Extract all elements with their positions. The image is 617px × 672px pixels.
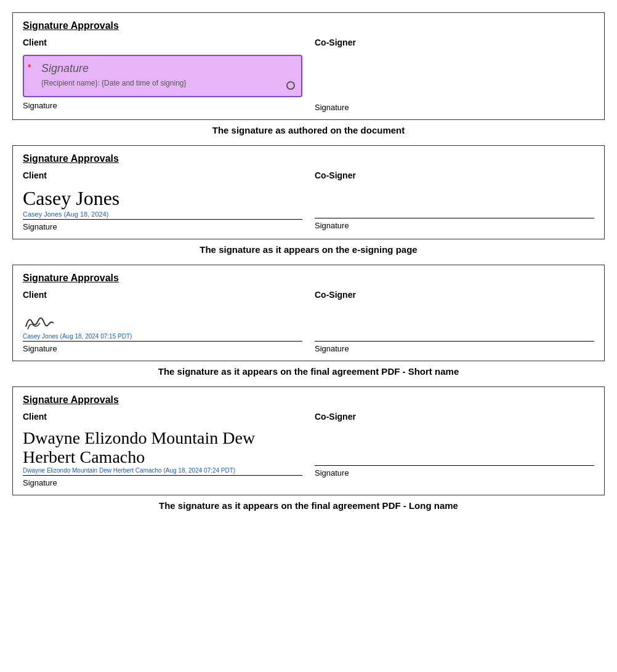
- cosigner-label-pdf-long: Co-Signer: [315, 412, 594, 422]
- section-title-authored: Signature Approvals: [23, 20, 594, 31]
- sig-line-esigning: Casey Jones Casey Jones (Aug 18, 2024): [23, 188, 302, 220]
- sig-label-cosigner-esigning: Signature: [315, 221, 594, 230]
- client-label-esigning: Client: [23, 170, 302, 180]
- sig-label-cosigner-pdf-short: Signature: [315, 344, 594, 353]
- sig-label-client-pdf-short: Signature: [23, 344, 302, 353]
- caption-pdf-short: The signature as it appears on the final…: [12, 366, 605, 377]
- section-esigning: Signature Approvals Client Casey Jones C…: [12, 145, 605, 239]
- section-title-pdf-long: Signature Approvals: [23, 394, 594, 406]
- sig-placeholder: Signature: [41, 62, 292, 75]
- signature-box-authored[interactable]: * Signature {Recipient name}: {Date and …: [23, 55, 302, 97]
- sig-label-cosigner-authored: Signature: [315, 103, 594, 112]
- sig-name-pdf-short: Casey Jones: [23, 333, 58, 340]
- sig-label-cosigner-pdf-long: Signature: [315, 468, 594, 478]
- sig-date-pdf-long: (Aug 18, 2024 07:24 PDT): [163, 467, 235, 474]
- recipient-info: {Recipient name}: {Date and time of sign…: [41, 79, 292, 87]
- circle-handle[interactable]: [286, 81, 295, 90]
- sig-label-client-esigning: Signature: [23, 222, 302, 231]
- section-pdf-long: Signature Approvals Client Dwayne Elizon…: [12, 386, 605, 495]
- cosigner-label-pdf-short: Co-Signer: [315, 290, 594, 300]
- sig-scribble-icon: [23, 310, 60, 332]
- sig-label-client-authored: Signature: [23, 101, 302, 110]
- sig-name-date-esigning: Casey Jones (Aug 18, 2024): [23, 210, 302, 218]
- sig-cosigner-line-pdf-long: [315, 429, 594, 466]
- caption-authored: The signature as authored on the documen…: [12, 125, 605, 135]
- sig-name-date-pdf-short: Casey Jones (Aug 18, 2024 07:15 PDT): [23, 333, 302, 340]
- sig-date-esigning: (Aug 18, 2024): [64, 210, 109, 218]
- cosigner-label-authored: Co-Signer: [315, 38, 594, 47]
- cosigner-label-esigning: Co-Signer: [315, 170, 594, 180]
- section-title-pdf-short: Signature Approvals: [23, 273, 594, 284]
- required-star: *: [28, 62, 31, 72]
- sig-cursive-long: Dwayne Elizondo Mountain Dew Herbert Cam…: [23, 429, 302, 467]
- section-pdf-short: Signature Approvals Client Casey Jones (…: [12, 265, 605, 361]
- sig-cursive-casey: Casey Jones: [23, 188, 302, 209]
- sig-cosigner-line-pdf-short: [315, 307, 594, 342]
- caption-pdf-long: The signature as it appears on the final…: [12, 500, 605, 511]
- caption-esigning: The signature as it appears on the e-sig…: [12, 244, 605, 255]
- client-label-pdf-short: Client: [23, 290, 302, 300]
- client-label-authored: Client: [23, 38, 302, 47]
- sig-date-pdf-short: (Aug 18, 2024 07:15 PDT): [60, 333, 132, 340]
- sig-name-date-pdf-long: Dwayne Elizondo Mountain Dew Herbert Cam…: [23, 467, 302, 474]
- section-authored: Signature Approvals Client * Signature {…: [12, 12, 605, 120]
- sig-label-client-pdf-long: Signature: [23, 478, 302, 487]
- sig-name-pdf-long: Dwayne Elizondo Mountain Dew Herbert Cam…: [23, 467, 162, 474]
- client-label-pdf-long: Client: [23, 412, 302, 422]
- sig-cosigner-line-esigning: [315, 188, 594, 218]
- sig-line-pdf-short: Casey Jones (Aug 18, 2024 07:15 PDT): [23, 307, 302, 342]
- sig-line-pdf-long: Dwayne Elizondo Mountain Dew Herbert Cam…: [23, 429, 302, 476]
- section-title-esigning: Signature Approvals: [23, 153, 594, 164]
- sig-name-esigning: Casey Jones: [23, 210, 62, 218]
